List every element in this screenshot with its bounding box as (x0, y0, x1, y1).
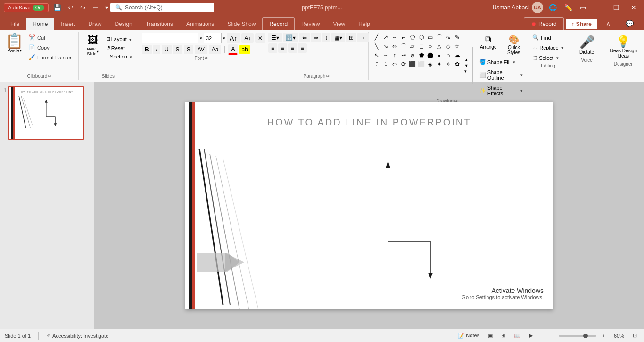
font-name-dropdown[interactable]: ▾ (200, 36, 202, 41)
change-case-button[interactable]: Aa (209, 45, 222, 54)
justify-button[interactable]: ≡ (298, 43, 307, 53)
slide-sorter-button[interactable]: ⊞ (499, 332, 508, 340)
normal-view-button[interactable]: ▣ (486, 332, 495, 340)
font-expand-icon[interactable]: ⧉ (205, 56, 207, 61)
shape-r2-9[interactable]: ◇ (444, 42, 453, 50)
select-button[interactable]: ⬚ Select ▾ (529, 53, 567, 62)
comments-button[interactable]: 💬 (619, 17, 640, 30)
paragraph-expand-icon[interactable]: ⧉ (326, 74, 329, 79)
quick-styles-button[interactable]: 🎨 QuickStyles (502, 33, 526, 57)
shapes-scroll-down[interactable]: ▼ (464, 63, 469, 68)
search-bar[interactable]: 🔍 Search (Alt+Q) (110, 3, 214, 12)
shape-freeform-btn[interactable]: ⌒ (435, 33, 444, 42)
bullets-button[interactable]: ☰▾ (268, 33, 282, 42)
shape-r3-3[interactable]: ↑ (390, 51, 399, 59)
tab-slideshow[interactable]: Slide Show (221, 18, 262, 30)
presentation-button[interactable]: ▭ (91, 3, 100, 12)
shapes-scroll-up[interactable]: ▲ (464, 58, 469, 62)
shape-r4-10[interactable]: ✿ (453, 60, 462, 68)
shape-r4-9[interactable]: ✧ (444, 60, 453, 68)
copy-button[interactable]: 📄 Copy (26, 43, 74, 52)
new-slide-button[interactable]: 🖼 NewSlide▾ (83, 33, 103, 58)
align-left-button[interactable]: ≡ (268, 43, 277, 53)
find-button[interactable]: 🔍 Find (529, 33, 567, 42)
increase-indent-button[interactable]: ⇒ (311, 33, 321, 42)
fit-button[interactable]: ⊡ (630, 332, 639, 340)
strikethrough-button[interactable]: S (173, 45, 182, 54)
tab-record[interactable]: Record (262, 17, 295, 30)
save-button[interactable]: 💾 (51, 3, 63, 12)
zoom-level[interactable]: 60% (611, 332, 627, 340)
shape-r4-1[interactable]: ⤴ (372, 60, 381, 68)
shape-r2-4[interactable]: ⌒ (399, 42, 408, 50)
shape-r4-7[interactable]: ◈ (426, 60, 435, 68)
shape-r3-1[interactable]: ↖ (372, 51, 381, 59)
numbering-button[interactable]: 🔢▾ (283, 33, 298, 42)
zoom-out-button[interactable]: − (547, 332, 554, 340)
font-color-button[interactable]: A (228, 44, 238, 55)
bold-button[interactable]: B (142, 45, 152, 54)
shape-r3-2[interactable]: → (381, 51, 390, 59)
tab-review[interactable]: Review (295, 18, 326, 30)
minimize-button[interactable]: — (592, 3, 606, 12)
shape-r3-8[interactable]: ⬥ (435, 51, 444, 59)
highlight-button[interactable]: ab (239, 45, 250, 54)
tab-draw[interactable]: Draw (82, 18, 108, 30)
undo-button[interactable]: ↩ (66, 3, 75, 12)
shape-r2-3[interactable]: ⇔ (390, 42, 399, 50)
char-spacing-button[interactable]: AV (195, 45, 207, 54)
tab-home[interactable]: Home (26, 18, 54, 30)
shape-r2-10[interactable]: ☆ (453, 42, 462, 50)
customize-button[interactable]: ▾ (103, 3, 110, 12)
line-spacing-button[interactable]: ↕ (322, 33, 330, 42)
accessibility-btn[interactable]: ⚠ Accessibility: Investigate (46, 333, 108, 339)
decrease-indent-button[interactable]: ⇐ (299, 33, 310, 42)
shape-r4-8[interactable]: ✦ (435, 60, 444, 68)
pen-button[interactable]: ✏️ (562, 3, 574, 12)
tab-design[interactable]: Design (108, 18, 139, 30)
shape-r3-4[interactable]: ⤻ (399, 51, 408, 59)
shape-r2-1[interactable]: ╲ (372, 42, 381, 50)
redo-button[interactable]: ↪ (78, 3, 88, 12)
font-name-input[interactable] (142, 33, 198, 43)
shape-r4-5[interactable]: ⬛ (408, 60, 417, 68)
shape-r2-5[interactable]: ▱ (408, 42, 417, 50)
shape-curve-btn[interactable]: ∿ (444, 33, 453, 42)
columns-button[interactable]: ▦▾ (331, 33, 345, 42)
zoom-in-button[interactable]: + (600, 332, 608, 340)
restore-button[interactable]: ❐ (610, 3, 623, 12)
tab-record-2[interactable]: ⏺Record (524, 17, 564, 30)
convert-button[interactable]: → (357, 33, 369, 42)
reading-view-button[interactable]: 📖 (512, 332, 523, 340)
replace-button[interactable]: ↔ Replace ▾ (529, 43, 567, 52)
format-painter-button[interactable]: 🖌️ Format Painter (26, 53, 74, 62)
shape-fill-button[interactable]: 🪣 Shape Fill ▾ (477, 58, 526, 67)
shape-r3-10[interactable]: ☁ (453, 51, 462, 59)
align-center-button[interactable]: ≡ (278, 43, 287, 53)
shape-rect-btn[interactable]: ▭ (426, 33, 435, 42)
cut-button[interactable]: ✂️ Cut (26, 33, 74, 42)
shape-r2-6[interactable]: ◻ (417, 42, 426, 50)
shape-r4-6[interactable]: ⬜ (417, 60, 426, 68)
feedback-button[interactable]: 🌐 (547, 3, 559, 12)
shape-r4-3[interactable]: ⇦ (390, 60, 399, 68)
section-button[interactable]: ≡ Section ▾ (104, 53, 134, 60)
shape-effects-button[interactable]: ✨ Shape Effects ▾ (477, 83, 526, 98)
tab-insert[interactable]: Insert (54, 18, 82, 30)
collapse-ribbon-button[interactable]: ∧ (599, 17, 617, 30)
reset-button[interactable]: ↺ Reset (104, 44, 134, 52)
clear-format-button[interactable]: ✕ (255, 33, 265, 43)
shape-scribble-btn[interactable]: ✎ (453, 33, 462, 42)
design-ideas-button[interactable]: 💡 Ideas DesignIdeas (607, 33, 640, 60)
tab-view[interactable]: View (326, 18, 352, 30)
autosave-button[interactable]: AutoSave On (4, 3, 49, 12)
shape-line-btn[interactable]: ╱ (372, 33, 381, 42)
shape-arrow-btn[interactable]: ↗ (381, 33, 390, 42)
tab-transitions[interactable]: Transitions (139, 18, 180, 30)
italic-button[interactable]: I (153, 45, 160, 54)
close-button[interactable]: ✕ (627, 3, 640, 12)
slideshow-button[interactable]: ▶ (527, 332, 535, 340)
shape-r3-5[interactable]: ⌀ (408, 51, 417, 59)
font-grow-button[interactable]: A↑ (227, 33, 240, 43)
tab-help[interactable]: Help (352, 18, 377, 30)
